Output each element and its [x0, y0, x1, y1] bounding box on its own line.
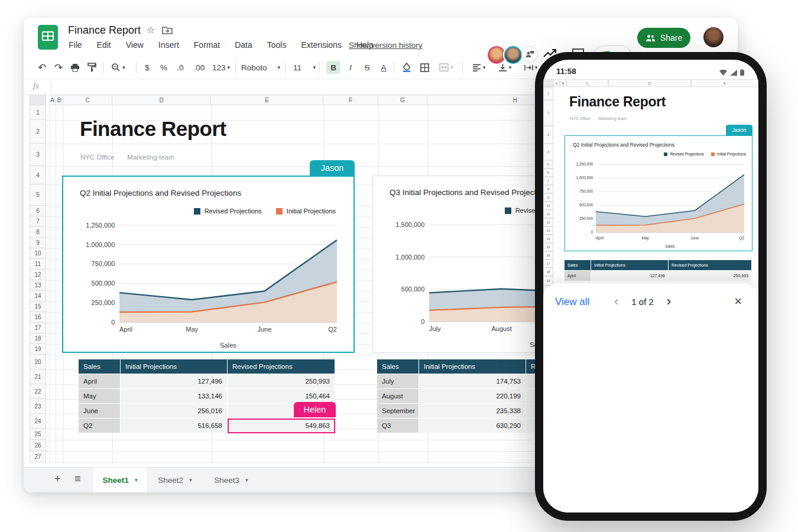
- row-header-17[interactable]: 17: [30, 323, 46, 333]
- increase-decimal-button[interactable]: .00: [190, 61, 208, 74]
- q2-data-table[interactable]: SalesInitial ProjectionsRevised Projecti…: [79, 359, 335, 433]
- phone-row-header-10[interactable]: 10: [543, 202, 553, 210]
- row-header-15[interactable]: 15: [30, 301, 46, 312]
- q2-table-cell-2-0[interactable]: June: [79, 404, 121, 419]
- phone-q2-chart-card[interactable]: Q2 Initial Projections and Revised Proje…: [565, 135, 752, 251]
- redo-button[interactable]: ↷: [52, 61, 65, 74]
- column-header-A[interactable]: A: [50, 95, 56, 105]
- q3-table-cell-0-0[interactable]: July: [377, 374, 419, 389]
- row-header-11[interactable]: 11: [30, 259, 46, 270]
- q2-table-cell-0-1[interactable]: 127,496: [121, 374, 228, 389]
- zoom-control[interactable]: ▾: [108, 61, 129, 74]
- strikethrough-button[interactable]: S: [361, 61, 374, 74]
- view-all-link[interactable]: View all: [555, 296, 589, 308]
- paint-format-button[interactable]: [85, 61, 98, 74]
- phone-q2-data-table[interactable]: SalesInitial ProjectionsRevised Projecti…: [565, 260, 752, 281]
- phone-row-header-2[interactable]: 2: [543, 100, 553, 126]
- horizontal-align-button[interactable]: ▾: [468, 61, 489, 74]
- row-header-12[interactable]: 12: [30, 270, 46, 280]
- q3-table-cell-1-0[interactable]: August: [377, 389, 419, 404]
- row-header-19[interactable]: 19: [30, 344, 46, 355]
- row-header-10[interactable]: 10: [30, 248, 46, 259]
- phone-row-header-12[interactable]: 12: [543, 218, 553, 226]
- phone-column-header-C[interactable]: C: [566, 79, 608, 87]
- format-currency-button[interactable]: $: [141, 61, 154, 74]
- q3-table-cell-0-1[interactable]: 174,753: [419, 374, 526, 389]
- row-header-4[interactable]: 4: [30, 166, 46, 184]
- row-header-14[interactable]: 14: [30, 291, 46, 301]
- q2-chart-card[interactable]: Q2 Initial Projections and Revised Proje…: [62, 176, 355, 353]
- format-percent-button[interactable]: %: [157, 61, 170, 74]
- phone-row-header-4[interactable]: 4: [543, 144, 553, 160]
- document-title[interactable]: Finance Report: [68, 24, 141, 37]
- column-header-D[interactable]: D: [112, 95, 211, 105]
- menu-view[interactable]: View: [126, 40, 144, 50]
- close-comments-icon[interactable]: ×: [734, 294, 742, 309]
- phone-row-header-11[interactable]: 11: [543, 210, 553, 218]
- font-family-selector[interactable]: Roboto▾: [241, 61, 280, 74]
- row-header-18[interactable]: 18: [30, 333, 46, 344]
- merge-cells-button[interactable]: ▾: [435, 61, 458, 74]
- row-header-5[interactable]: 5: [30, 184, 46, 206]
- column-header-F[interactable]: F: [323, 95, 378, 105]
- q2-table-cell-3-0[interactable]: Q2: [79, 419, 121, 433]
- row-header-26[interactable]: 26: [30, 440, 46, 451]
- menu-data[interactable]: Data: [235, 40, 252, 50]
- italic-button[interactable]: I: [344, 61, 357, 74]
- phone-row-header-9[interactable]: 9: [543, 193, 553, 202]
- phone-row-header-5[interactable]: 5: [543, 160, 553, 168]
- phone-table-cell-0-1[interactable]: 127,496: [591, 271, 669, 281]
- menu-tools[interactable]: Tools: [267, 40, 287, 50]
- phone-table-cell-0-0[interactable]: April: [565, 271, 591, 281]
- row-header-20[interactable]: 20: [30, 355, 46, 369]
- share-button[interactable]: Share: [637, 28, 690, 48]
- version-history-link[interactable]: Show version history: [349, 41, 423, 50]
- phone-row-header-16[interactable]: 16: [543, 251, 553, 259]
- phone-row-header-6[interactable]: 6: [543, 168, 553, 177]
- q2-table-cell-3-2[interactable]: 549,863: [228, 419, 335, 433]
- menu-insert[interactable]: Insert: [158, 40, 179, 50]
- row-header-2[interactable]: 2: [30, 120, 46, 144]
- column-header-C[interactable]: C: [63, 95, 112, 105]
- sheet-tab-sheet2[interactable]: Sheet2▾: [151, 468, 199, 492]
- row-header-25[interactable]: 25: [30, 429, 46, 440]
- menu-format[interactable]: Format: [194, 40, 220, 50]
- q2-table-cell-2-1[interactable]: 256,016: [121, 404, 228, 419]
- q3-table-cell-2-1[interactable]: 235,338: [419, 404, 526, 419]
- star-icon[interactable]: ☆: [147, 24, 155, 35]
- q2-table-cell-3-1[interactable]: 516,658: [121, 419, 228, 433]
- move-folder-icon[interactable]: [162, 25, 173, 35]
- bold-button[interactable]: B: [326, 61, 340, 74]
- row-header-9[interactable]: 9: [30, 238, 46, 248]
- text-color-button[interactable]: A: [377, 61, 390, 74]
- row-header-7[interactable]: 7: [30, 216, 46, 227]
- phone-column-header-B[interactable]: B: [560, 79, 566, 87]
- more-formats-button[interactable]: 123▾: [210, 61, 232, 74]
- q2-table-cell-1-0[interactable]: May: [79, 389, 121, 404]
- q2-table-cell-0-2[interactable]: 250,993: [228, 374, 335, 389]
- phone-table-cell-0-2[interactable]: 250,993: [669, 271, 752, 281]
- row-header-6[interactable]: 6: [30, 206, 46, 216]
- previous-comment-button[interactable]: ‹: [614, 295, 618, 308]
- sheet-tab-sheet3[interactable]: Sheet3▾: [207, 468, 255, 492]
- phone-row-header-13[interactable]: 13: [543, 226, 553, 235]
- q2-table-cell-0-0[interactable]: April: [79, 374, 121, 389]
- vertical-align-button[interactable]: ▾: [494, 61, 515, 74]
- row-header-22[interactable]: 22: [30, 384, 46, 399]
- add-sheet-button[interactable]: +: [54, 473, 61, 485]
- column-header-E[interactable]: E: [211, 95, 323, 105]
- phone-row-header-8[interactable]: 8: [543, 185, 553, 193]
- print-button[interactable]: [69, 61, 82, 74]
- phone-row-header-14[interactable]: 14: [543, 235, 553, 243]
- row-header-21[interactable]: 21: [30, 369, 46, 384]
- phone-row-header-7[interactable]: 7: [543, 177, 553, 185]
- q3-table-cell-2-0[interactable]: September: [377, 404, 419, 419]
- font-size-selector[interactable]: 11▾: [291, 61, 318, 74]
- q2-table-cell-1-1[interactable]: 133,146: [121, 389, 228, 404]
- borders-button[interactable]: [417, 61, 432, 74]
- phone-column-header-D[interactable]: D: [608, 79, 691, 87]
- phone-row-header-15[interactable]: 15: [543, 243, 553, 251]
- phone-row-header-1[interactable]: 1: [543, 87, 553, 100]
- corner-cell[interactable]: [30, 95, 46, 105]
- fill-color-button[interactable]: [400, 61, 414, 74]
